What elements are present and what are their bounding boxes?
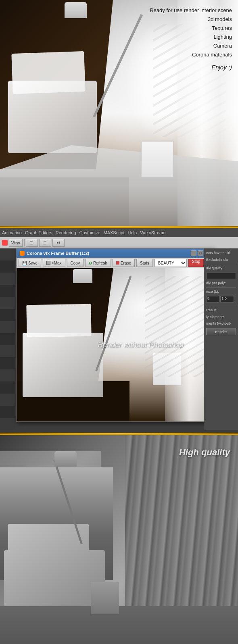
max-interface-section: Animation Graph Editors Rendering Custom… — [0, 227, 238, 433]
max-toolbar-view[interactable]: View — [9, 239, 23, 247]
panel-divider — [206, 264, 236, 264]
bottom-render-section: High quality — [0, 434, 238, 644]
render-duvet — [23, 333, 103, 397]
menu-vue-xstream[interactable]: Vue xStream — [140, 230, 165, 235]
render-overlay-text: Render without Photoshop — [98, 341, 184, 349]
panel-text-6: Result — [206, 308, 236, 313]
panel-text-2: Exclude(Inclu — [206, 257, 236, 263]
corona-title-text: Corona vfx Frame Buffer (1:2) — [27, 251, 89, 256]
feature-line-5: Camera — [150, 42, 232, 50]
max-toolbar-btn1[interactable]: ☰ — [26, 239, 38, 247]
max-toolbar-btn2[interactable]: ☰ — [39, 239, 51, 247]
panel-render-btn[interactable]: Render — [206, 328, 236, 335]
separator — [24, 239, 25, 246]
max-btn-icon — [46, 261, 50, 265]
corona-render-preview: Render without Photoshop — [17, 268, 213, 421]
erase-icon — [116, 261, 119, 265]
feature-line-2: 3d models — [150, 15, 232, 24]
max-toolbar: View ☰ ☰ ↺ — [0, 237, 238, 248]
corona-title-bar: Corona vfx Frame Buffer (1:2) _ □ ✕ — [17, 249, 213, 258]
enjoy-text: Enjoy :) — [150, 64, 232, 71]
high-quality-text: High quality — [179, 447, 230, 457]
feature-line-1: Ready for use render interior scene — [150, 6, 232, 15]
panel-text-4: div per poly: — [206, 281, 236, 286]
render-shadows — [145, 276, 205, 377]
bottom-lamp-shade — [54, 451, 77, 467]
top-feature-list: Ready for use render interior scene 3d m… — [150, 6, 232, 71]
corona-toolbar: 💾 Save >Max Copy Refresh Erase Stats — [17, 258, 213, 268]
feature-line-4: Lighting — [150, 33, 232, 42]
max-menu-bar: Animation Graph Editors Rendering Custom… — [0, 228, 238, 237]
panel-input-k1[interactable]: 8 — [206, 296, 219, 302]
bottom-duvet — [4, 550, 105, 606]
refresh-icon — [89, 261, 92, 265]
panel-text-3: aiv quality: — [206, 266, 236, 271]
duvet — [8, 81, 97, 153]
corona-mode-select[interactable]: BEAUTY DIFFUSE REFLECTION — [154, 259, 187, 267]
top-render-section: Ready for use render interior scene 3d m… — [0, 0, 238, 226]
max-icon — [2, 240, 8, 246]
panel-text-5: ince (k): — [206, 289, 236, 294]
corona-frame-buffer-window[interactable]: Corona vfx Frame Buffer (1:2) _ □ ✕ 💾 Sa… — [16, 248, 214, 422]
corona-icon — [20, 251, 25, 256]
max-toolbar-btn3[interactable]: ↺ — [52, 239, 65, 247]
feature-line-3: Textures — [150, 24, 232, 33]
menu-help[interactable]: Help — [128, 230, 137, 235]
corona-stop-btn[interactable]: Stop — [188, 259, 204, 267]
left-panel-bg — [0, 248, 15, 430]
max-right-panel: ects have solid Exclude(Inclu aiv qualit… — [204, 248, 238, 430]
menu-maxscript[interactable]: MAXScript — [104, 230, 125, 235]
bottom-nightstand — [91, 582, 119, 614]
bottom-text-overlay: High quality — [179, 447, 230, 458]
max-left-panel — [0, 248, 15, 430]
panel-divider3 — [206, 306, 236, 306]
feature-line-6: Corona materials — [150, 50, 232, 59]
corona-save-btn[interactable]: 💾 Save — [19, 259, 41, 267]
corona-minimize-btn[interactable]: _ — [191, 250, 196, 256]
panel-divider2 — [206, 287, 236, 288]
corona-erase-btn[interactable]: Erase — [113, 259, 135, 267]
render-lamp-shade — [73, 269, 92, 283]
panel-text-1: ects have solid — [206, 250, 236, 256]
menu-rendering[interactable]: Rendering — [56, 230, 76, 235]
panel-input-quality[interactable] — [206, 273, 236, 279]
lamp-shade — [65, 2, 87, 18]
corona-maximize-btn[interactable]: □ — [198, 250, 203, 256]
panel-input-k2[interactable]: 1,0 — [220, 296, 234, 302]
corona-refresh-btn[interactable]: Refresh — [85, 259, 111, 267]
menu-graph-editors[interactable]: Graph Editors — [25, 230, 52, 235]
render-pillow — [26, 304, 91, 338]
corona-max-btn[interactable]: >Max — [43, 259, 65, 267]
nightstand — [141, 141, 173, 177]
bottom-floor — [0, 606, 238, 644]
save-icon: 💾 — [22, 261, 27, 265]
corona-copy-btn[interactable]: Copy — [67, 259, 84, 267]
panel-text-7: ly elements — [206, 315, 236, 320]
menu-animation[interactable]: Animation — [2, 230, 22, 235]
menu-customize[interactable]: Customize — [79, 230, 100, 235]
corona-stats-btn[interactable]: Stats — [136, 259, 153, 267]
panel-text-8: ments (without- — [206, 321, 236, 326]
